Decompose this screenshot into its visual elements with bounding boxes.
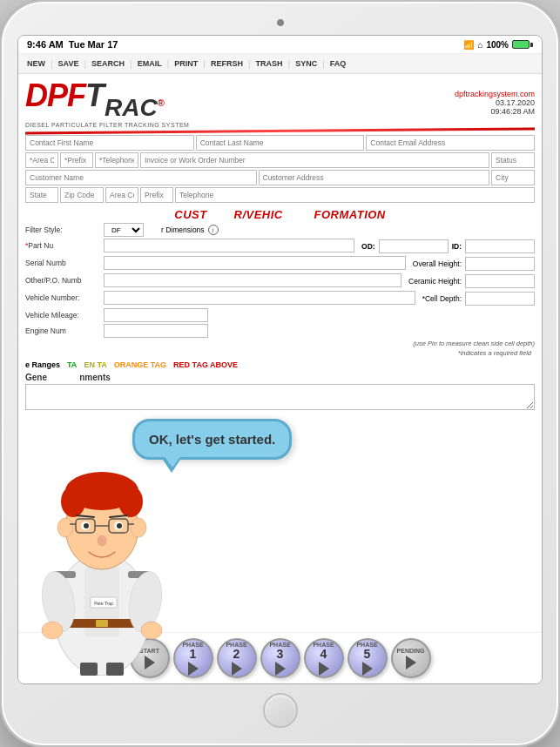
overall-height-group: Overall Height:: [413, 256, 535, 272]
phase-2-btn[interactable]: PHASE 2: [217, 638, 257, 678]
phase-1-play: [188, 662, 199, 676]
mileage-row: Vehicle Mileage:: [25, 308, 535, 322]
customer-name-input[interactable]: [25, 170, 257, 185]
phase-4-btn[interactable]: PHASE 4: [304, 638, 344, 678]
section-spacer2: LE IN: [283, 208, 314, 221]
status-right: 📶 ⌂ 100%: [463, 40, 533, 50]
status-input[interactable]: [491, 152, 535, 168]
vehicle-num-input[interactable]: [104, 291, 415, 305]
toolbar-refresh[interactable]: REFRSH: [207, 57, 246, 70]
phase-pending-btn[interactable]: PENDING: [391, 638, 431, 678]
signal-icon: ⌂: [477, 40, 482, 50]
section-vehic: R/VEHIC: [234, 208, 283, 221]
phase-5-play: [362, 662, 373, 676]
mileage-label: Vehicle Mileage:: [25, 311, 104, 320]
comments-box[interactable]: [25, 384, 535, 410]
toolbar-email[interactable]: EMAIL: [134, 57, 165, 70]
toolbar-search[interactable]: SEARCH: [88, 57, 128, 70]
id-input[interactable]: [465, 239, 535, 253]
toolbar-faq[interactable]: FAQ: [327, 57, 350, 70]
status-left: 9:46 AM Tue Mar 17: [27, 39, 118, 50]
phase-2-num: 2: [233, 648, 240, 660]
prefix2-input[interactable]: [140, 187, 173, 203]
phase-2-circle[interactable]: PHASE 2: [217, 638, 257, 678]
toolbar-save[interactable]: SAVE: [55, 57, 83, 70]
logo-subtitle: DIESEL PARTICULATE FILTER TRACKING SYSTE…: [25, 122, 189, 128]
invoice-input[interactable]: [140, 152, 489, 168]
serial-group: Serial Numb: [25, 256, 406, 272]
area-code2-input[interactable]: [105, 187, 138, 203]
customer-address-input[interactable]: [259, 170, 490, 185]
toolbar-print[interactable]: PRINT: [171, 57, 201, 70]
phase-5-btn[interactable]: PHASE 5: [347, 638, 388, 678]
contact-last-name[interactable]: [196, 135, 365, 151]
phase-2-play: [232, 662, 242, 676]
section-header-text: CUST: [174, 208, 206, 221]
cell-depth-input[interactable]: [465, 292, 535, 306]
serial-input[interactable]: [104, 256, 406, 270]
contact-first-name[interactable]: [25, 135, 194, 151]
battery-body: [512, 40, 530, 49]
phase-pending-circle[interactable]: PENDING: [391, 638, 431, 678]
pin-note: (use Pin to measure clean side cell dept…: [25, 340, 535, 347]
phase-3-circle[interactable]: PHASE 3: [260, 638, 300, 678]
phase-start-btn[interactable]: START: [130, 638, 170, 678]
state-input[interactable]: [25, 187, 58, 203]
part-num-input[interactable]: [104, 239, 354, 252]
phase-5-circle[interactable]: PHASE 5: [347, 638, 388, 678]
contact-email[interactable]: [366, 135, 535, 151]
telephone-input[interactable]: [95, 152, 138, 168]
po-input[interactable]: [104, 273, 401, 287]
toolbar-new[interactable]: NEW: [24, 57, 49, 70]
info-icon[interactable]: i: [208, 225, 219, 235]
engine-input[interactable]: [104, 324, 208, 338]
part-num-row: Part Nu: [25, 239, 354, 252]
po-ceramic-row: Other/P.O. Numb Ceramic Height:: [25, 273, 535, 289]
battery-cap: [530, 43, 533, 47]
form-area: CUSTOMER/VEHICLE INFORMATION Filter Styl…: [18, 135, 542, 632]
area-code-input[interactable]: [25, 152, 58, 168]
filter-style-select[interactable]: DF DPF: [104, 223, 144, 237]
vehicle-section-header: CUSTOMER/VEHICLE INFORMATION: [25, 205, 535, 223]
phase-pending-label: PENDING: [397, 648, 425, 654]
part-od-row: Part Nu OD: ID:: [25, 239, 535, 254]
phase-1-circle[interactable]: PHASE 1: [173, 638, 213, 678]
part-num-label: Part Nu: [25, 241, 104, 250]
tag-ranges-label: e Ranges: [25, 360, 60, 369]
vehicle-num-group: Vehicle Number:: [25, 291, 415, 306]
zip-input[interactable]: [60, 187, 104, 203]
ceramic-height-input[interactable]: [465, 274, 535, 288]
ceramic-height-group: Ceramic Height:: [408, 273, 535, 289]
section-spacer1: OME: [206, 208, 233, 221]
logo-reg: ®: [158, 98, 165, 108]
city-input[interactable]: [491, 170, 535, 185]
phase-3-btn[interactable]: PHASE 3: [260, 638, 300, 678]
logo-dpf: DPF: [25, 77, 85, 113]
po-group: Other/P.O. Numb: [25, 273, 401, 289]
wifi-icon: 📶: [463, 40, 474, 50]
phase-1-btn[interactable]: PHASE 1: [173, 638, 213, 678]
battery-icon: [512, 40, 533, 49]
od-input[interactable]: [379, 239, 449, 253]
overall-height-input[interactable]: [465, 257, 535, 271]
phase-4-circle[interactable]: PHASE 4: [304, 638, 344, 678]
ceramic-height-label: Ceramic Height:: [408, 277, 462, 286]
logo-group: DPFTRAC® DIESEL PARTICULATE FILTER TRACK…: [25, 77, 189, 128]
phase-5-num: 5: [364, 648, 371, 660]
vehicle-cell-row: Vehicle Number: *Cell Depth:: [25, 291, 535, 306]
serial-height-row: Serial Numb Overall Height:: [25, 256, 535, 272]
toolbar-sync[interactable]: SYNC: [292, 57, 320, 70]
toolbar-trash[interactable]: TRASH: [253, 57, 287, 70]
ipad-screen: 9:46 AM Tue Mar 17 📶 ⌂ 100% NEW | SAVE |…: [17, 35, 543, 684]
prefix-input[interactable]: [60, 152, 93, 168]
engine-row: Engine Num: [25, 324, 535, 338]
phase-start-circle[interactable]: START: [130, 638, 170, 678]
engine-label: Engine Num: [25, 326, 104, 335]
filter-dims-group: r Dimensions i: [161, 225, 535, 235]
mileage-input[interactable]: [104, 308, 208, 322]
logo-date: 03.17.2020: [455, 98, 535, 107]
telephone2-input[interactable]: [175, 187, 535, 203]
tag-ranges: e Ranges TA EN TA ORANGE TAG RED TAG ABO…: [25, 357, 535, 371]
pending-play-icon: [406, 656, 416, 670]
home-button[interactable]: [263, 693, 298, 728]
